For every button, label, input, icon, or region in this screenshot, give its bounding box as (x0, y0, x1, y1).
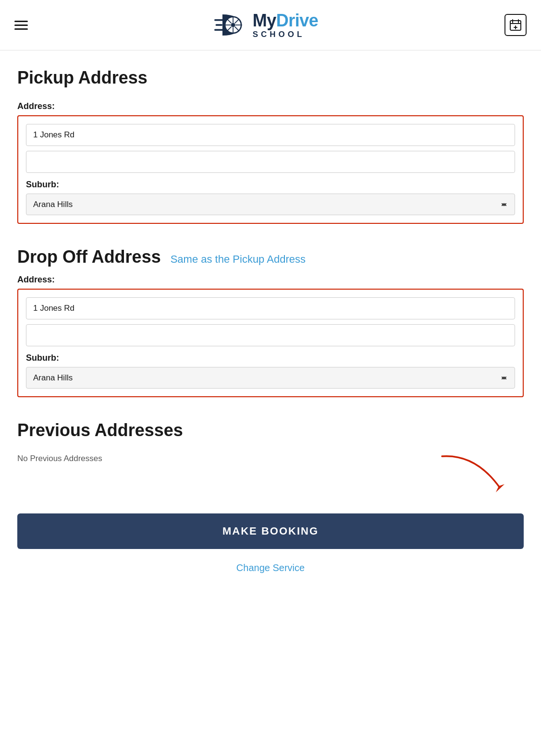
pickup-address-block: Suburb: Arana Hills (17, 115, 524, 224)
pickup-address-line2-input[interactable] (26, 151, 515, 173)
logo: MyDrive SCHOOL (214, 9, 319, 41)
dropoff-address-line2-input[interactable] (26, 324, 515, 346)
logo-school: SCHOOL (253, 30, 305, 38)
pickup-suburb-select[interactable]: Arana Hills (26, 194, 515, 215)
pickup-suburb-label: Suburb: (26, 180, 515, 190)
pickup-address-section: Pickup Address Address: Suburb: Arana Hi… (17, 68, 524, 224)
arrow-indicator-icon (437, 451, 514, 495)
change-service-link[interactable]: Change Service (17, 562, 524, 573)
app-header: MyDrive SCHOOL (0, 0, 541, 50)
dropoff-suburb-select[interactable]: Arana Hills (26, 367, 515, 389)
dropoff-address-section: Drop Off Address Same as the Pickup Addr… (17, 247, 524, 397)
pickup-address-line1-input[interactable] (26, 124, 515, 146)
logo-wheel-icon (214, 9, 247, 41)
logo-drive: Drive (276, 11, 319, 30)
previous-addresses-section: Previous Addresses No Previous Addresses (17, 420, 524, 502)
same-as-pickup-link[interactable]: Same as the Pickup Address (171, 253, 306, 266)
dropoff-title-row: Drop Off Address Same as the Pickup Addr… (17, 247, 524, 267)
pickup-address-label: Address: (17, 101, 524, 111)
dropoff-address-line1-input[interactable] (26, 297, 515, 319)
main-content: Pickup Address Address: Suburb: Arana Hi… (0, 50, 541, 597)
logo-text: MyDrive SCHOOL (253, 12, 319, 38)
make-booking-button[interactable]: MAKE BOOKING (17, 513, 524, 549)
hamburger-menu-icon[interactable] (14, 21, 28, 30)
previous-addresses-title: Previous Addresses (17, 420, 524, 440)
dropoff-address-label: Address: (17, 275, 524, 285)
pickup-section-title: Pickup Address (17, 68, 524, 88)
dropoff-suburb-label: Suburb: (26, 353, 515, 363)
dropoff-section-title: Drop Off Address (17, 247, 161, 267)
logo-my: My (253, 11, 276, 30)
svg-point-4 (231, 23, 235, 27)
dropoff-address-block: Suburb: Arana Hills (17, 289, 524, 397)
add-to-calendar-button[interactable] (504, 14, 527, 36)
